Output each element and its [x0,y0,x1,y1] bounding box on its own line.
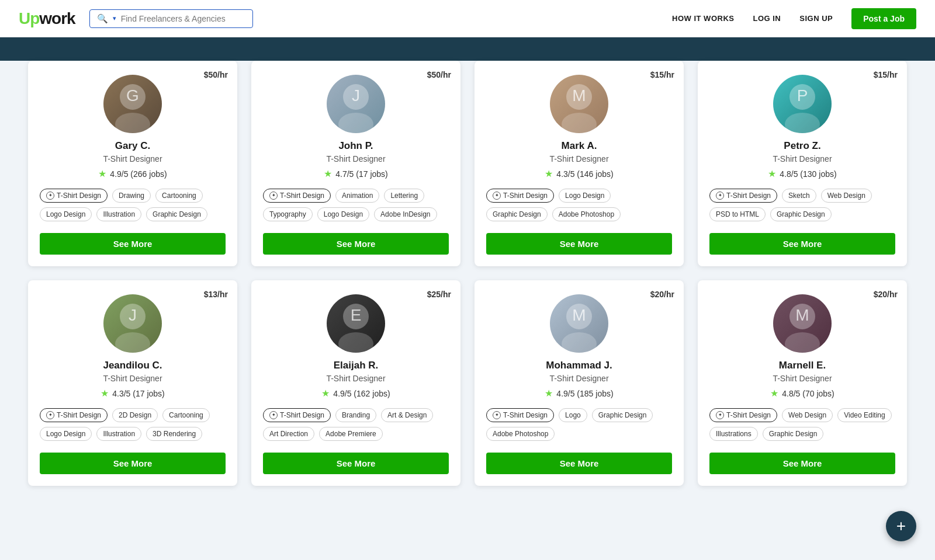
tag-label: Adobe InDesign [380,210,430,218]
name-mohammad: Mohammad J. [546,360,612,371]
tag[interactable]: PSD to HTML [709,207,766,221]
tag[interactable]: Branding [335,408,376,422]
tag[interactable]: Adobe Photoshop [486,427,555,441]
see-more-button-jean[interactable]: See More [40,453,226,474]
svg-point-16 [338,332,373,353]
avatar-marnell: M [773,294,832,353]
svg-text:M: M [572,86,586,105]
title-marnell: T-Shirt Designer [773,374,832,383]
tag[interactable]: Web Design [782,408,833,422]
tag[interactable]: 3D Rendering [146,427,202,441]
see-more-button-elaijah[interactable]: See More [263,453,449,474]
rate-mohammad: $20/hr [650,290,674,299]
tag-badge-icon: ✦ [493,192,501,200]
tag[interactable]: ✦T-Shirt Design [263,189,331,203]
tag-badge-icon: ✦ [46,192,54,200]
tag[interactable]: Typography [263,207,313,221]
tag[interactable]: Illustration [96,207,141,221]
tag[interactable]: ✦T-Shirt Design [486,189,554,203]
name-jean: Jeandilou C. [103,360,162,371]
search-bar: 🔍 ▾ [89,9,253,28]
tag[interactable]: Lettering [384,189,424,203]
header-nav: HOW IT WORKS LOG IN SIGN UP Post a Job [672,8,916,29]
tag-label: Web Design [788,411,826,419]
tag[interactable]: ✦T-Shirt Design [709,408,777,422]
tag[interactable]: Logo [559,408,587,422]
tag[interactable]: Graphic Design [770,207,832,221]
star-icon: ★ [768,168,776,179]
tag-label: Graphic Design [493,210,541,218]
tag[interactable]: Animation [335,189,379,203]
tag[interactable]: Sketch [782,189,816,203]
tag[interactable]: Illustration [96,427,141,441]
tag[interactable]: ✦T-Shirt Design [709,189,777,203]
freelancer-row-2: $13/hr J Jeandilou C.T-Shirt Designer★ 4… [28,280,907,486]
card-john: $50/hr J John P.T-Shirt Designer★ 4.7/5 … [251,61,460,266]
tag[interactable]: ✦T-Shirt Design [40,189,108,203]
tag[interactable]: Graphic Design [486,207,548,221]
tag[interactable]: Graphic Design [592,408,653,422]
see-more-button-marnell[interactable]: See More [709,453,895,474]
tag[interactable]: ✦T-Shirt Design [40,408,108,422]
see-more-button-mark[interactable]: See More [486,233,672,255]
rating-value: 4.8/5 (70 jobs) [782,389,834,398]
logo[interactable]: Upwork [19,9,75,28]
post-job-button[interactable]: Post a Job [851,8,916,29]
tag-badge-icon: ✦ [493,411,501,419]
tag[interactable]: Web Design [821,189,872,203]
avatar-gary: G [103,75,162,133]
tag[interactable]: Logo Design [317,207,369,221]
tag[interactable]: ✦T-Shirt Design [263,408,331,422]
tag[interactable]: Adobe Premiere [319,427,383,441]
tag-label: Illustration [103,430,135,438]
tag[interactable]: Art & Design [381,408,433,422]
tag[interactable]: Adobe InDesign [374,207,437,221]
name-petro: Petro Z. [784,140,820,152]
rating-john: ★ 4.7/5 (17 jobs) [324,168,388,179]
freelancer-row-1: $50/hr G Gary C.T-Shirt Designer★ 4.9/5 … [28,61,907,266]
tag[interactable]: Art Direction [263,427,314,441]
tag[interactable]: Logo Design [559,189,611,203]
see-more-button-mohammad[interactable]: See More [486,453,672,474]
search-input[interactable] [121,14,245,23]
tag[interactable]: Logo Design [40,427,92,441]
tag-label: T-Shirt Design [280,192,324,200]
svg-point-13 [115,332,150,353]
tag[interactable]: Logo Design [40,207,92,221]
tags-elaijah: ✦T-Shirt DesignBrandingArt & DesignArt D… [263,408,449,441]
tags-marnell: ✦T-Shirt DesignWeb DesignVideo EditingIl… [709,408,895,441]
tag[interactable]: Drawing [112,189,151,203]
tag[interactable]: Graphic Design [763,427,824,441]
rating-mark: ★ 4.3/5 (146 jobs) [545,168,613,179]
tag-label: Drawing [119,192,144,200]
nav-sign-up[interactable]: SIGN UP [799,14,833,23]
tag-badge-icon: ✦ [46,411,54,419]
svg-text:M: M [572,306,586,324]
svg-text:M: M [795,306,809,324]
tag[interactable]: Cartooning [155,189,203,203]
nav-log-in[interactable]: LOG IN [753,14,781,23]
tag[interactable]: Video Editing [837,408,892,422]
tag-label: Graphic Design [598,411,647,419]
tag[interactable]: Cartooning [162,408,210,422]
nav-how-it-works[interactable]: HOW IT WORKS [672,14,734,23]
tag-label: Web Design [827,192,865,200]
name-elaijah: Elaijah R. [334,360,379,371]
see-more-button-gary[interactable]: See More [40,233,226,255]
tag[interactable]: Graphic Design [146,207,207,221]
svg-point-1 [115,113,150,133]
tag[interactable]: Adobe Photoshop [552,207,621,221]
tag-label: Logo Design [324,210,363,218]
tag-label: 3D Rendering [153,430,196,438]
avatar-jean: J [103,294,162,353]
title-mark: T-Shirt Designer [549,154,608,164]
tag[interactable]: 2D Design [112,408,158,422]
tag[interactable]: ✦T-Shirt Design [486,408,554,422]
tag[interactable]: Illustrations [709,427,758,441]
see-more-button-petro[interactable]: See More [709,233,895,255]
logo-work: work [39,9,75,28]
tag-label: Logo Design [46,210,85,218]
star-icon: ★ [101,388,109,399]
rating-mohammad: ★ 4.9/5 (185 jobs) [545,388,613,399]
see-more-button-john[interactable]: See More [263,233,449,255]
